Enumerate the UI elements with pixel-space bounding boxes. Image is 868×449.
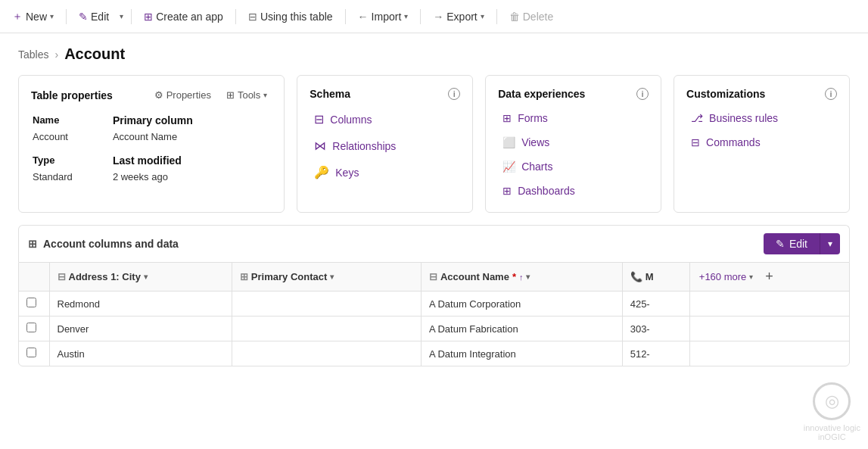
columns-label: Columns [330,114,372,126]
breadcrumb-current: Account [64,45,125,63]
add-col-plus-icon: + [765,269,773,284]
dashboards-item[interactable]: ⊞ Dashboards [498,182,649,200]
address-col-header[interactable]: ⊟ Address 1: City ▾ [49,263,232,292]
business-rules-icon: ⎇ [691,112,703,124]
properties-table: Name Primary column Account Account Name… [31,111,272,186]
more-cols-chevron-icon: ▾ [749,273,753,281]
create-app-icon: ⊞ [144,11,153,23]
schema-keys-item[interactable]: 🔑 Keys [310,162,460,182]
schema-relationships-item[interactable]: ⋈ Relationships [310,136,460,156]
import-button[interactable]: ← Import ▾ [352,8,415,26]
relationships-icon: ⋈ [314,139,326,153]
more-cols-header: +160 more ▾ + [689,263,849,292]
customizations-info-icon[interactable]: i [825,88,837,100]
customizations-card: Customizations i ⎇ Business rules ⊟ Comm… [674,75,850,213]
columns-section-title: Account columns and data [43,238,179,250]
account-name-cell-2: A Datum Integration [421,341,622,366]
last-modified-value: 2 weeks ago [113,170,270,184]
contact-cell-0 [232,292,421,316]
section-header: ⊞ Account columns and data ✎ Edit ▾ [18,225,850,262]
schema-columns-item[interactable]: ⊟ Columns [310,109,460,129]
dashboards-icon: ⊞ [502,185,512,197]
data-experiences-info-icon[interactable]: i [636,88,649,100]
breadcrumb-parent[interactable]: Tables [18,48,48,61]
phone-col-header[interactable]: 📞 M [622,263,689,292]
edit-dropdown-icon: ▾ [828,239,832,249]
row-checkbox-1[interactable] [19,316,49,341]
export-icon: → [433,11,443,23]
table-row: Redmond A Datum Corporation 425- [19,292,849,316]
export-button[interactable]: → Export ▾ [427,8,490,26]
address-sort-icon: ▾ [144,273,148,281]
row-checkbox-input-2[interactable] [26,348,36,357]
contact-col-icon: ⊞ [240,271,248,282]
schema-info-icon[interactable]: i [448,88,460,100]
account-name-col-header[interactable]: ⊟ Account Name * ↑ ▾ [421,263,622,292]
commands-item[interactable]: ⊟ Commands [686,133,837,151]
contact-col-header[interactable]: ⊞ Primary Contact ▾ [232,263,421,292]
edit-chevron-button[interactable]: ▾ [820,233,840,254]
using-table-icon: ⊟ [248,11,257,23]
contact-cell-2 [232,341,421,366]
cards-row: Table properties ⚙ Properties ⊞ Tools ▾ [18,75,850,213]
views-item[interactable]: ⬜ Views [498,133,649,151]
watermark-text: innovative logicinOGIC [804,423,860,441]
export-chevron-icon: ▾ [481,12,484,20]
forms-label: Forms [518,112,548,124]
account-name-cell-0: A Datum Corporation [421,292,622,316]
tools-icon: ⊞ [226,89,235,101]
tools-button[interactable]: ⊞ Tools ▾ [222,88,272,102]
address-cell-0: Redmond [49,292,232,316]
tools-label: Tools [238,89,260,101]
table-properties-title: Table properties [31,89,113,101]
business-rules-item[interactable]: ⎇ Business rules [686,109,837,127]
forms-item[interactable]: ⊞ Forms [498,109,649,127]
row-checkbox-2[interactable] [19,341,49,366]
data-experiences-card: Data experiences i ⊞ Forms ⬜ Views 📈 Cha… [485,75,661,213]
add-column-button[interactable]: + [759,266,779,288]
account-name-cell-1: A Datum Fabrication [421,316,622,341]
account-name-col-label: Account Name [440,271,509,282]
commands-icon: ⊟ [691,136,700,148]
properties-icon: ⚙ [154,89,163,101]
edit-chevron-icon[interactable]: ▾ [118,9,125,23]
contact-col-label: Primary Contact [251,271,327,282]
table-properties-header: Table properties ⚙ Properties ⊞ Tools ▾ [31,88,272,102]
delete-label: Delete [523,11,553,23]
views-label: Views [521,136,549,148]
export-label: Export [446,11,477,23]
more-columns-button[interactable]: +160 more ▾ [693,268,760,285]
custom-items: ⎇ Business rules ⊟ Commands [686,109,837,151]
phone-col-label: M [646,271,654,282]
row-checkbox-input-1[interactable] [26,323,36,332]
create-app-button[interactable]: ⊞ Create an app [138,8,229,26]
watermark: ◎ innovative logicinOGIC [804,382,860,441]
row-checkbox-input-0[interactable] [26,298,36,307]
breadcrumb: Tables › Account [0,33,868,69]
address-cell-2: Austin [49,341,232,366]
data-table-wrapper: ⊟ Address 1: City ▾ ⊞ Primary Contact ▾ [18,262,850,366]
breadcrumb-separator: › [54,48,58,61]
import-label: Import [372,11,402,23]
columns-edit-button[interactable]: ✎ Edit [764,233,820,254]
edit-label: Edit [91,11,109,23]
delete-button[interactable]: 🗑 Delete [503,8,559,26]
charts-item[interactable]: 📈 Charts [498,157,649,176]
new-button[interactable]: ＋ New ▾ [6,7,60,27]
divider-2 [131,9,132,24]
type-label: Type [33,153,111,168]
properties-button[interactable]: ⚙ Properties [150,88,216,102]
data-table: ⊟ Address 1: City ▾ ⊞ Primary Contact ▾ [19,263,849,366]
checkbox-header [19,263,49,292]
keys-label: Keys [335,167,359,179]
using-table-button[interactable]: ⊟ Using this table [242,8,339,26]
edit-button[interactable]: ✎ Edit [73,8,115,26]
data-experiences-title: Data experiences [498,88,585,100]
table-properties-card: Table properties ⚙ Properties ⊞ Tools ▾ [18,75,285,213]
row-checkbox-0[interactable] [19,292,49,316]
data-experiences-header: Data experiences i [498,88,649,100]
properties-label: Properties [166,89,211,101]
edit-icon: ✎ [79,11,88,23]
account-name-sort-asc-icon: ↑ [519,273,524,282]
address-col-icon: ⊟ [58,271,66,282]
